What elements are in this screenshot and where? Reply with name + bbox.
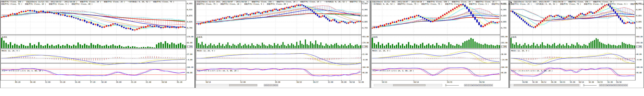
candle-body	[290, 7, 290, 8]
toolbar-button[interactable]: ＋	[269, 84, 271, 86]
toolbar-button[interactable]: －	[469, 84, 471, 86]
toolbar-button[interactable]: Ｂ	[618, 84, 620, 86]
candle-body	[350, 22, 351, 23]
toolbar-button[interactable]: ◎	[486, 84, 488, 86]
volume-bar	[398, 42, 399, 48]
x-axis-label: 16:30	[607, 81, 613, 83]
candle-body	[244, 14, 246, 14]
toolbar-button[interactable]: ►	[626, 84, 628, 86]
candle-body	[102, 27, 103, 28]
toolbar-button[interactable]: ◎	[276, 84, 278, 86]
candle-body	[229, 16, 230, 17]
candle-body	[414, 16, 415, 17]
chart-scrollbar-thumb[interactable]	[514, 84, 579, 86]
candle-body	[51, 12, 52, 13]
candle-body	[16, 13, 18, 15]
toolbar-button[interactable]: －	[604, 84, 606, 86]
toolbar-button[interactable]: ◄	[264, 84, 266, 86]
volume-bar	[134, 47, 136, 48]
candle-body	[25, 11, 26, 12]
volume-bar	[36, 46, 37, 48]
zoom-slider-knob[interactable]	[583, 84, 584, 86]
toolbar-button[interactable]: ►	[266, 84, 268, 86]
volume-bar	[604, 44, 606, 48]
price-tick-label: 8,915	[187, 9, 192, 11]
candle-body	[598, 10, 598, 11]
toolbar-button[interactable]: ＋	[602, 84, 604, 86]
toolbar-button[interactable]: Ｂ	[483, 84, 486, 86]
toolbar-button[interactable]: ◄	[623, 84, 625, 86]
volume-bar	[21, 44, 22, 48]
toolbar-button[interactable]: ▪	[474, 84, 476, 86]
candle-body	[456, 6, 458, 8]
chart-plot-area[interactable]	[510, 0, 644, 88]
volume-bar	[264, 45, 265, 48]
stoch-tick-label: 40.00	[501, 72, 506, 74]
toolbar-button[interactable]: Ｘ	[488, 84, 490, 86]
zoom-slider[interactable]	[446, 85, 459, 86]
toolbar-button[interactable]: ◎	[621, 84, 623, 86]
volume-bar	[231, 46, 232, 48]
candle-body	[160, 27, 162, 28]
toolbar-button[interactable]: Ｄ	[478, 84, 481, 86]
candle-body	[446, 12, 448, 14]
toolbar-button[interactable]: Ｂ	[614, 84, 616, 86]
candle-body	[344, 22, 346, 23]
chart-plot-area[interactable]	[371, 0, 508, 88]
toolbar-button[interactable]: －	[271, 84, 273, 86]
candle-body	[36, 11, 37, 12]
toolbar-button[interactable]: ◄	[464, 84, 466, 86]
macd-tick-label: 17.00	[187, 53, 192, 55]
price-tick-label: 8,855	[501, 15, 506, 17]
toolbar-button[interactable]: ▪	[609, 84, 611, 86]
candle-body	[476, 20, 478, 22]
volume-bar	[71, 46, 72, 48]
candle-body	[514, 12, 515, 14]
candle-body	[110, 24, 111, 26]
x-axis-label: 16:30	[532, 81, 538, 83]
chart-workspace: 8,9558,9158,8758,8358,795170.0065.00× 10…	[0, 0, 644, 96]
zoom-slider[interactable]	[584, 85, 596, 86]
volume-bar	[590, 42, 592, 48]
candle-body	[71, 16, 72, 17]
volume-bar	[320, 42, 322, 48]
volume-bar	[464, 41, 466, 48]
macd-pane-label: MACD( 12, 26, 9 )	[197, 50, 215, 52]
chart-scrollbar-thumb[interactable]	[393, 84, 426, 86]
toolbar-button[interactable]: ＋	[466, 84, 469, 86]
toolbar-button[interactable]: ▲	[471, 84, 474, 86]
volume-bar	[165, 41, 166, 48]
toolbar-button[interactable]: ▲	[606, 84, 608, 86]
candle-body	[282, 8, 284, 9]
candle-body	[215, 20, 216, 21]
volume-bar	[154, 48, 155, 48]
candle-body	[496, 22, 498, 23]
volume-bar	[412, 46, 413, 48]
candle-body	[324, 15, 325, 17]
candle-body	[277, 10, 278, 11]
toolbar-button[interactable]: Ｌ	[481, 84, 483, 86]
chart-scrollbar-thumb[interactable]	[229, 84, 257, 86]
volume-bar	[260, 46, 261, 48]
toolbar-button[interactable]: ►	[490, 84, 493, 86]
toolbar-button[interactable]: ◄	[599, 84, 601, 86]
candle-body	[90, 22, 92, 24]
chart-plot-area[interactable]	[0, 0, 194, 88]
candle-body	[416, 15, 417, 16]
toolbar-button[interactable]: ◣	[476, 84, 478, 86]
volume-bar	[132, 46, 133, 48]
candle-body	[550, 15, 552, 16]
macd-pane-label: MACD( 12, 26, 9 )	[372, 50, 390, 52]
candle-body	[378, 26, 379, 28]
volume-tick-label: 455.00	[362, 36, 369, 38]
candle-body	[612, 7, 612, 9]
volume-bar	[482, 45, 484, 48]
candle-body	[602, 6, 604, 7]
candle-body	[360, 21, 361, 22]
chart-plot-area[interactable]	[196, 0, 370, 88]
volume-bar	[232, 44, 234, 48]
toolbar-button[interactable]: Ｂ	[274, 84, 276, 86]
toolbar-button[interactable]: Ｌ	[616, 84, 618, 86]
zoom-slider-knob[interactable]	[445, 84, 446, 86]
toolbar-button[interactable]: ◣	[611, 84, 613, 86]
